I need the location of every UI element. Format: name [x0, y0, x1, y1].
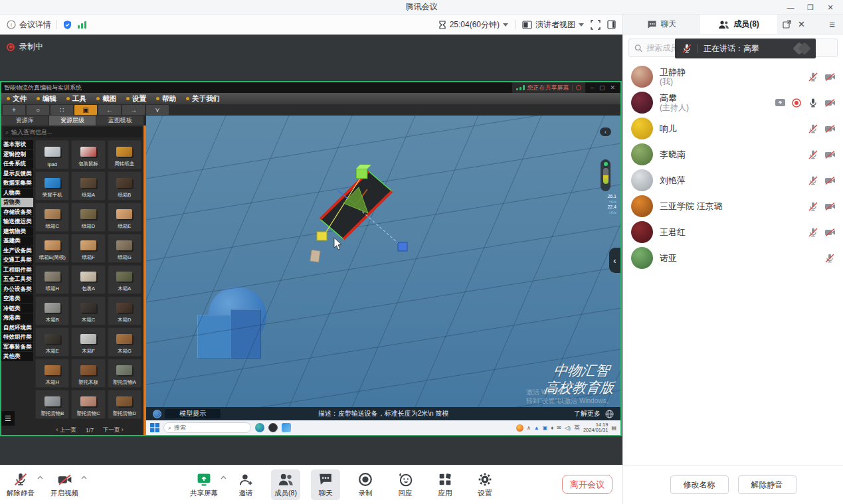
menu-item[interactable]: 截图	[96, 94, 116, 104]
control-gear[interactable]: 设置	[470, 469, 500, 500]
resource-item[interactable]: Ipad	[35, 140, 69, 169]
camera-icon[interactable]	[824, 98, 835, 108]
collapse-mini-button[interactable]: ‹	[600, 127, 611, 136]
resource-item[interactable]: 木箱B	[35, 296, 69, 325]
member-row[interactable]: 李晓南	[623, 141, 843, 167]
resource-tab[interactable]: 蓝图模板	[96, 116, 143, 126]
resource-item[interactable]: 纸箱E	[108, 203, 141, 232]
resource-item[interactable]: 纸箱H	[35, 265, 69, 294]
minimize-button[interactable]: —	[781, 0, 800, 15]
menu-item[interactable]: 帮助	[156, 94, 176, 104]
menu-item[interactable]: 编辑	[37, 94, 56, 104]
ime-indicator[interactable]: 英	[574, 424, 580, 432]
side-panel-icon[interactable]	[607, 20, 616, 29]
rotate-tool-button[interactable]: ○	[27, 105, 49, 115]
next-page-button[interactable]: 下一页 ›	[103, 426, 124, 434]
control-mic-muted[interactable]: 解除静音	[4, 469, 37, 500]
unmute-button[interactable]: 解除静音	[738, 475, 796, 494]
resource-item[interactable]: 包装鼠标	[71, 140, 105, 169]
camera-icon[interactable]	[824, 72, 835, 82]
menu-item[interactable]: 文件	[7, 94, 27, 104]
category-item[interactable]: 基本形状	[1, 140, 33, 149]
category-item[interactable]: 人物类	[1, 189, 33, 198]
resource-item[interactable]: 纸箱F	[71, 234, 105, 263]
category-item[interactable]: 冷链类	[1, 304, 33, 313]
resource-tab[interactable]: 资源库	[1, 116, 48, 126]
camera-icon[interactable]	[824, 201, 835, 212]
level-slider[interactable]	[603, 168, 609, 184]
category-item[interactable]: 工程组件类	[1, 266, 33, 275]
tray-msg-icon[interactable]: ✉	[557, 425, 561, 431]
category-item[interactable]: 建筑物类	[1, 227, 33, 236]
learn-more-link[interactable]: 了解更多	[574, 409, 601, 418]
control-share-screen[interactable]: 共享屏幕	[187, 469, 221, 500]
resource-item[interactable]: 纸箱E(简模)	[35, 234, 69, 263]
control-react[interactable]: 回应	[391, 469, 420, 500]
prev-page-button[interactable]: ‹ 上一页	[56, 426, 76, 434]
category-item[interactable]: 特效组件类	[1, 333, 33, 342]
fullscreen-icon[interactable]	[591, 20, 601, 30]
category-item[interactable]: 军事装备类	[1, 343, 33, 352]
camera-icon[interactable]	[824, 124, 835, 134]
popout-icon[interactable]	[783, 20, 791, 29]
category-item[interactable]: 办公设备类	[1, 285, 33, 294]
category-item[interactable]: 生产设备类	[1, 246, 33, 256]
member-row[interactable]: 刘艳萍	[623, 167, 843, 193]
mic-icon[interactable]	[808, 124, 818, 134]
resource-item[interactable]: 木箱F	[71, 327, 105, 357]
tab-members[interactable]: 成员(8)	[700, 15, 777, 34]
console-toggle[interactable]: ☰	[1, 411, 15, 426]
mic-icon[interactable]	[808, 227, 818, 238]
viewport-3d[interactable]: ‹ 26.1 ↑K/s 22.4 ↓K/s ‹ 激活 Windows 转到"设置…	[146, 116, 620, 407]
rename-button[interactable]: 修改名称	[670, 475, 729, 494]
mic-icon[interactable]	[808, 149, 818, 160]
app-icon[interactable]	[282, 423, 291, 432]
mic-icon[interactable]	[824, 253, 835, 264]
resource-item[interactable]: 纸箱C	[35, 203, 69, 232]
resource-item[interactable]: 木箱D	[108, 296, 141, 325]
maximize-button[interactable]: ❐	[800, 0, 820, 15]
tab-chat[interactable]: 聊天	[623, 15, 700, 34]
member-row[interactable]: 卫静静 (我)	[623, 64, 843, 90]
category-item[interactable]: 任务系统	[1, 159, 33, 169]
mic-icon[interactable]	[808, 72, 818, 82]
category-item[interactable]: 交通工具类	[1, 256, 33, 265]
security-shield-icon[interactable]	[62, 20, 72, 30]
meeting-details-button[interactable]: i 会议详情	[7, 19, 51, 31]
resource-search[interactable]: ⌕ 输入查询信息...	[3, 127, 142, 137]
tray-mic-icon[interactable]: ♦	[551, 425, 553, 431]
category-item[interactable]: 存储设备类	[1, 208, 33, 217]
leave-meeting-button[interactable]: 离开会议	[562, 475, 612, 494]
app-maximize-button[interactable]: ▢	[599, 84, 605, 91]
globe-icon[interactable]	[605, 410, 614, 418]
category-item[interactable]: 基建类	[1, 236, 33, 246]
close-button[interactable]: ✕	[820, 0, 840, 15]
undo-button[interactable]: ←	[98, 105, 121, 115]
category-item[interactable]: 自然环境类	[1, 323, 33, 333]
scale-tool-button[interactable]: ∷	[50, 105, 73, 115]
taskbar-search[interactable]: ⌕ 搜索	[163, 422, 251, 433]
mic-icon[interactable]	[808, 98, 818, 108]
member-row[interactable]: 高攀 (主持人)	[623, 90, 843, 116]
camera-icon[interactable]	[824, 149, 835, 160]
category-item[interactable]: 显示反馈类	[1, 169, 33, 179]
resource-tab[interactable]: 资源层级	[49, 116, 96, 126]
tray-app-icon[interactable]: ▣	[543, 425, 548, 431]
category-item[interactable]: 货物类	[1, 198, 33, 207]
app-minimize-button[interactable]: –	[591, 84, 594, 91]
category-item[interactable]: 逻辑控制	[1, 150, 33, 159]
camera-icon[interactable]	[824, 227, 835, 238]
edge-browser-icon[interactable]	[255, 423, 264, 432]
link-tool-button[interactable]: ⋎	[146, 105, 169, 115]
app-close-button[interactable]: ✕	[610, 84, 615, 91]
rect-tool-button[interactable]: ▣	[74, 105, 97, 115]
category-item[interactable]: 五金工具类	[1, 275, 33, 284]
camera-icon[interactable]	[824, 175, 835, 186]
resource-item[interactable]: 木箱G	[108, 327, 141, 357]
firefox-icon[interactable]	[516, 424, 523, 432]
menu-item[interactable]: 设置	[126, 94, 146, 104]
resource-item[interactable]: 塑托货物A	[108, 359, 141, 388]
resource-item[interactable]: 塑托木板	[71, 359, 105, 388]
control-apps[interactable]: 应用	[430, 469, 460, 500]
control-chat[interactable]: 聊天	[311, 469, 340, 500]
